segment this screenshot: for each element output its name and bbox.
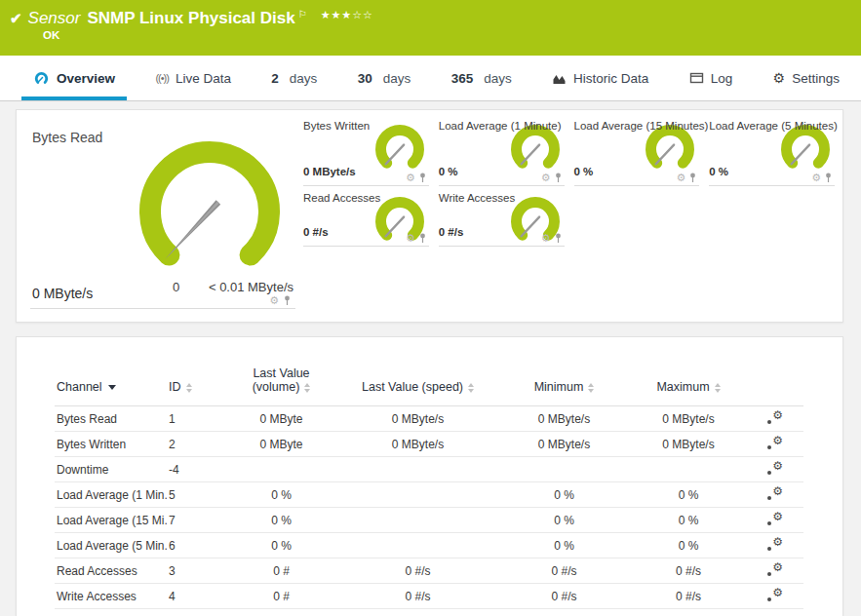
cell-maximum: 0 #/s <box>630 584 747 609</box>
tab-label: Settings <box>792 71 840 86</box>
cell-channel: Load Average (1 Min... <box>55 482 167 508</box>
col-header-maximum[interactable]: Maximum <box>630 351 747 406</box>
small-gauge-load-average-5min: Load Average (5 Minutes) 0 % ⚙ <box>709 118 835 186</box>
small-gauge-load-average-15min: Load Average (15 Minutes) 0 % ⚙ <box>574 118 700 186</box>
gauge-settings-gear-icon[interactable]: ⚙ <box>541 173 551 183</box>
tab-365-days[interactable]: 365 days <box>444 56 520 100</box>
sort-icon <box>186 383 192 393</box>
status-badge: OK <box>43 29 59 41</box>
tab-days-number: 365 <box>451 71 474 86</box>
cell-minimum <box>498 457 630 482</box>
cell-channel: Load Average (5 Min... <box>55 533 167 558</box>
priority-stars[interactable]: ★★★☆☆ <box>321 9 373 21</box>
channel-settings-icon[interactable]: ⚙ <box>767 588 783 602</box>
cell-maximum: 0 % <box>630 482 747 508</box>
historic-chart-icon <box>552 72 567 85</box>
cell-minimum: 0 MByte/s <box>498 432 630 457</box>
cell-id: 7 <box>167 508 225 533</box>
cell-last-value-volume: 0 % <box>225 508 337 533</box>
channels-table: Channel ID Last Value (volume) Last Valu… <box>55 351 803 609</box>
cell-channel: Downtime <box>55 457 167 482</box>
channels-panel: Channel ID Last Value (volume) Last Valu… <box>16 336 843 616</box>
cell-maximum <box>630 457 747 482</box>
channel-settings-icon[interactable]: ⚙ <box>767 562 783 577</box>
table-row: Load Average (5 Min... 6 0 % 0 % 0 % ⚙ <box>55 533 803 558</box>
channel-settings-icon[interactable]: ⚙ <box>767 436 783 450</box>
tab-settings[interactable]: ⚙ Settings <box>765 56 847 100</box>
gauge-pin-icon[interactable] <box>824 173 833 183</box>
sort-desc-icon <box>108 385 116 390</box>
cell-last-value-speed <box>337 482 498 508</box>
gauge-pin-icon[interactable] <box>418 233 427 244</box>
cell-minimum: 0 #/s <box>498 558 630 584</box>
gauge-current-value: 0 #/s <box>439 226 464 238</box>
gauge-settings-gear-icon[interactable]: ⚙ <box>406 233 415 244</box>
tab-live-data[interactable]: ((•)) Live Data <box>147 56 239 100</box>
cell-maximum: 0 #/s <box>630 558 747 584</box>
cell-maximum: 0 MByte/s <box>630 432 747 457</box>
tab-30-days[interactable]: 30 days <box>350 56 419 100</box>
sensor-title-line: ✔ Sensor SNMP Linux Physical Disk ⚐ ★★★☆… <box>10 9 373 28</box>
priority-flag-icon[interactable]: ⚐ <box>298 9 307 19</box>
channel-settings-icon[interactable]: ⚙ <box>767 537 783 552</box>
tab-log[interactable]: Log <box>682 56 741 100</box>
gauge-title: Bytes Written <box>303 120 370 132</box>
cell-last-value-speed <box>337 508 498 533</box>
channel-settings-icon[interactable]: ⚙ <box>767 486 783 501</box>
gauge-dial <box>374 124 425 174</box>
live-signal-icon: ((•)) <box>155 72 169 84</box>
col-header-last-value-volume[interactable]: Last Value (volume) <box>225 351 337 406</box>
gauge-settings-gear-icon[interactable]: ⚙ <box>811 173 821 183</box>
tab-overview[interactable]: Overview <box>25 56 123 100</box>
tab-label: Overview <box>57 71 115 86</box>
cell-minimum: 0 % <box>498 482 630 508</box>
channel-settings-icon[interactable]: ⚙ <box>767 461 783 476</box>
gauge-pin-icon[interactable] <box>554 233 563 244</box>
tab-label: Live Data <box>176 71 231 86</box>
tab-days-unit: days <box>383 71 411 86</box>
gauge-current-value: 0 MByte/s <box>303 166 356 177</box>
gauge-settings-gear-icon[interactable]: ⚙ <box>269 295 279 306</box>
table-row: Load Average (1 Min... 5 0 % 0 % 0 % ⚙ <box>55 482 803 508</box>
cell-channel: Bytes Written <box>55 432 167 457</box>
tab-historic-data[interactable]: Historic Data <box>544 56 656 100</box>
gauge-settings-gear-icon[interactable]: ⚙ <box>676 173 685 183</box>
table-row: Write Accesses 4 0 # 0 #/s 0 #/s 0 #/s ⚙ <box>55 584 803 609</box>
gauge-pin-icon[interactable] <box>283 295 292 306</box>
cell-id: 3 <box>167 558 225 584</box>
table-row: Downtime -4 ⚙ <box>55 457 803 482</box>
channel-settings-icon[interactable]: ⚙ <box>767 410 783 425</box>
log-window-icon <box>689 72 704 84</box>
col-header-id[interactable]: ID <box>167 351 225 406</box>
tab-2-days[interactable]: 2 days <box>263 56 325 100</box>
col-header-last-value-speed[interactable]: Last Value (speed) <box>337 351 498 406</box>
cell-last-value-speed: 0 #/s <box>337 558 498 584</box>
cell-minimum: 0 MByte/s <box>498 406 630 432</box>
tab-label: Historic Data <box>573 71 648 86</box>
channel-settings-icon[interactable]: ⚙ <box>767 512 783 526</box>
gear-icon: ⚙ <box>773 70 786 86</box>
sort-icon <box>304 383 310 393</box>
tab-days-unit: days <box>290 71 318 86</box>
gauge-pin-icon[interactable] <box>418 173 427 183</box>
gauge-settings-gear-icon[interactable]: ⚙ <box>406 173 415 183</box>
gauge-settings-gear-icon[interactable]: ⚙ <box>541 233 551 244</box>
sort-icon <box>715 383 721 393</box>
gauge-current-value: 0 % <box>709 166 728 177</box>
col-header-minimum[interactable]: Minimum <box>498 351 630 406</box>
gauge-pin-icon[interactable] <box>688 173 697 183</box>
cell-maximum: 0 % <box>630 508 747 533</box>
gauge-pin-icon[interactable] <box>554 173 563 183</box>
gauge-title: Load Average (5 Minutes) <box>709 120 837 132</box>
cell-last-value-speed: 0 MByte/s <box>337 406 498 432</box>
cell-id: 5 <box>167 482 225 508</box>
small-gauges-grid: Bytes Written 0 MByte/s ⚙ Load Average (… <box>303 118 835 247</box>
cell-channel: Bytes Read <box>55 406 167 432</box>
col-header-channel[interactable]: Channel <box>55 351 167 406</box>
table-row: Bytes Read 1 0 MByte 0 MByte/s 0 MByte/s… <box>55 406 803 432</box>
cell-channel: Load Average (15 Mi... <box>55 508 167 533</box>
cell-id: 4 <box>167 584 225 609</box>
small-gauge-write-accesses: Write Accesses 0 #/s ⚙ <box>439 190 565 247</box>
cell-last-value-volume: 0 # <box>225 584 337 609</box>
cell-maximum: 0 % <box>630 533 747 558</box>
